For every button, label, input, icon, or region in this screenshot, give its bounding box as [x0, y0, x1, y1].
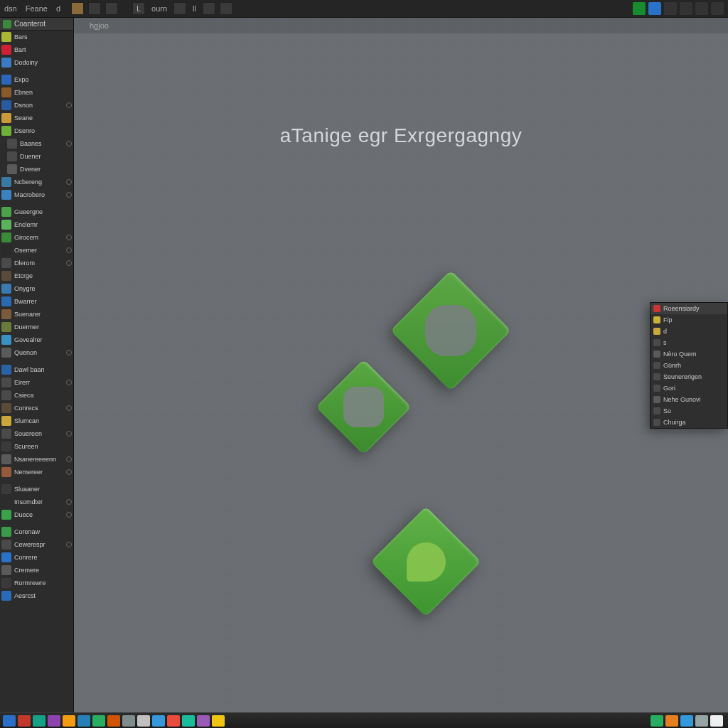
taskbar-app-icon[interactable] — [212, 715, 225, 727]
taskbar-app-icon[interactable] — [63, 715, 75, 727]
menu-dsn[interactable]: dsn — [4, 4, 17, 13]
menu-d[interactable]: d — [56, 4, 60, 13]
visibility-toggle-icon[interactable] — [66, 431, 72, 437]
visibility-toggle-icon[interactable] — [66, 512, 72, 518]
taskbar-app-icon[interactable] — [152, 715, 165, 727]
toolbar-btn-2[interactable] — [105, 2, 118, 15]
layers-panel-header[interactable]: Coanterot — [0, 18, 73, 31]
layer-row[interactable]: Insomdter — [0, 496, 73, 508]
layer-row[interactable]: Duermer — [0, 321, 73, 333]
tray-icon-5[interactable] — [695, 2, 708, 15]
taskbar-app-icon[interactable] — [137, 715, 150, 727]
menu-feane[interactable]: Feane — [26, 4, 48, 13]
green-tile-large[interactable] — [390, 270, 511, 391]
layer-row[interactable]: Bwarrer — [0, 295, 73, 308]
property-row[interactable]: s — [651, 337, 727, 348]
visibility-toggle-icon[interactable] — [66, 499, 72, 505]
property-row[interactable]: d — [651, 326, 727, 337]
taskbar-app-icon[interactable] — [92, 715, 105, 727]
visibility-toggle-icon[interactable] — [66, 405, 72, 411]
visibility-toggle-icon[interactable] — [66, 192, 72, 198]
visibility-toggle-icon[interactable] — [66, 469, 72, 475]
layer-row[interactable]: Bart — [0, 43, 73, 56]
tray-app-icon[interactable] — [651, 715, 663, 727]
property-row[interactable]: Nèro Quem — [651, 348, 727, 360]
canvas-viewport[interactable]: hgjoo aTanige egr Exrgergagngy Roeensiar… — [74, 18, 728, 712]
property-row[interactable]: Chuirga — [651, 417, 727, 428]
layer-row[interactable]: Corenaw — [0, 525, 73, 538]
taskbar-app-icon[interactable] — [167, 715, 180, 727]
layer-row[interactable]: Eirerr — [0, 376, 73, 389]
tray-app-icon[interactable] — [665, 715, 678, 727]
visibility-toggle-icon[interactable] — [66, 542, 72, 547]
layer-row[interactable]: Rormrewre — [0, 577, 73, 589]
layer-row[interactable]: Dawl baan — [0, 363, 73, 376]
layer-row[interactable]: Girocem — [0, 231, 73, 244]
layer-row[interactable]: Enclemr — [0, 218, 73, 231]
taskbar-app-icon[interactable] — [182, 715, 195, 727]
toolbar-btn-4[interactable] — [203, 2, 215, 15]
tray-icon-2[interactable] — [648, 2, 661, 15]
layer-row[interactable]: Dlerom — [0, 257, 73, 269]
tray-app-icon[interactable] — [710, 715, 723, 727]
layer-row[interactable]: Duener — [0, 150, 73, 163]
layer-row[interactable]: Bars — [0, 31, 73, 43]
tray-icon-4[interactable] — [680, 2, 692, 15]
taskbar-app-icon[interactable] — [197, 715, 210, 727]
tray-icon-1[interactable] — [633, 2, 646, 15]
floating-panel-header[interactable]: Roeensiardy — [651, 303, 727, 314]
property-row[interactable]: Seunererigen — [651, 371, 727, 382]
taskbar-app-icon[interactable] — [33, 715, 46, 727]
layer-row[interactable]: Seane — [0, 112, 73, 124]
tray-icon-6[interactable] — [711, 2, 724, 15]
visibility-toggle-icon[interactable] — [66, 235, 72, 240]
toolbar-folder-icon[interactable] — [71, 2, 84, 15]
taskbar-app-icon[interactable] — [107, 715, 120, 727]
toolbar-btn-3[interactable] — [173, 2, 186, 15]
layer-row[interactable]: Suenarer — [0, 308, 73, 321]
visibility-toggle-icon[interactable] — [66, 247, 72, 253]
toolbar-text-l-icon[interactable]: L — [132, 2, 145, 15]
layer-row[interactable]: Cewerespr — [0, 538, 73, 551]
taskbar-app-icon[interactable] — [3, 715, 16, 727]
property-row[interactable]: Günrh — [651, 360, 727, 371]
layer-row[interactable]: Etcrge — [0, 269, 73, 282]
taskbar-app-icon[interactable] — [77, 715, 90, 727]
layer-row[interactable]: Scureen — [0, 440, 73, 453]
layer-row[interactable]: Slumcan — [0, 414, 73, 427]
visibility-toggle-icon[interactable] — [66, 350, 72, 355]
document-tab[interactable]: hgjoo — [82, 19, 116, 32]
property-row[interactable]: Nehe Gunovi — [651, 394, 727, 405]
layer-row[interactable]: Csieca — [0, 389, 73, 402]
layer-row[interactable]: Osemer — [0, 244, 73, 257]
property-row[interactable]: Fip — [651, 314, 727, 326]
visibility-toggle-icon[interactable] — [66, 102, 72, 108]
layer-row[interactable]: Onygre — [0, 282, 73, 295]
taskbar-app-icon[interactable] — [122, 715, 135, 727]
layer-row[interactable]: Dodoiny — [0, 56, 73, 69]
visibility-toggle-icon[interactable] — [66, 456, 72, 462]
layer-row[interactable]: Sluaaner — [0, 483, 73, 496]
green-tile-small[interactable] — [370, 506, 481, 617]
property-row[interactable]: So — [651, 405, 727, 417]
layer-row[interactable]: Duece — [0, 508, 73, 521]
green-tile-medium[interactable] — [316, 359, 411, 454]
layer-row[interactable]: Dvener — [0, 163, 73, 176]
taskbar-app-icon[interactable] — [48, 715, 60, 727]
layer-row[interactable]: Aesrcst — [0, 589, 73, 602]
layer-row[interactable]: Cremere — [0, 564, 73, 577]
tray-app-icon[interactable] — [695, 715, 708, 727]
tray-icon-3[interactable] — [664, 2, 677, 15]
layer-row[interactable]: Ebnen — [0, 86, 73, 99]
visibility-toggle-icon[interactable] — [66, 179, 72, 185]
layer-row[interactable]: Gueergne — [0, 205, 73, 218]
layer-row[interactable]: Ncbereng — [0, 176, 73, 188]
layer-row[interactable]: Baanes — [0, 137, 73, 150]
layer-row[interactable]: Expo — [0, 73, 73, 86]
visibility-toggle-icon[interactable] — [66, 141, 72, 146]
property-row[interactable]: Gori — [651, 382, 727, 394]
toolbar-btn-1[interactable] — [88, 2, 101, 15]
layer-row[interactable]: Nsanereeeenn — [0, 453, 73, 466]
layer-row[interactable]: Dsenro — [0, 124, 73, 137]
layer-row[interactable]: Conrecs — [0, 402, 73, 414]
